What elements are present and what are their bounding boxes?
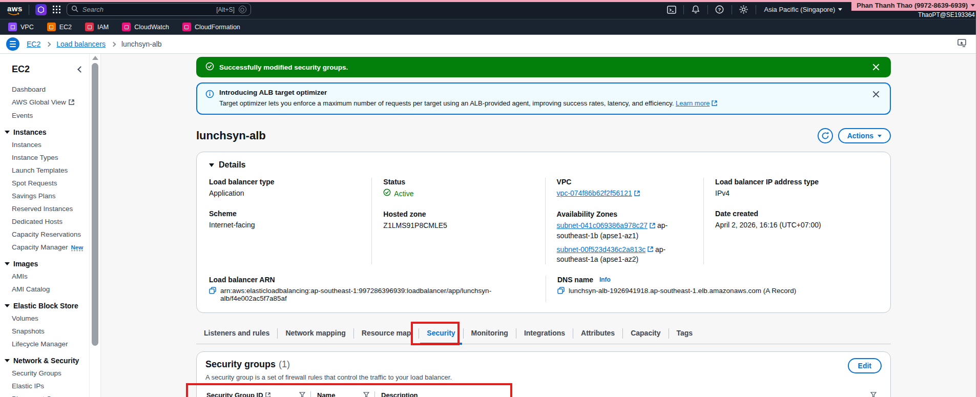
favorite-label: CloudWatch <box>134 24 169 31</box>
sidebar-section-images[interactable]: Images <box>0 254 89 270</box>
app-body: EC2 Dashboard AWS Global View Events Ins… <box>0 54 980 397</box>
sidebar-collapse-icon[interactable] <box>77 66 84 73</box>
tab-integrations[interactable]: Integrations <box>516 323 573 344</box>
sidebar-item-elastic-ips[interactable]: Elastic IPs <box>0 380 89 392</box>
dns-value: lunchsyn-alb-1926941918.ap-southeast-1.e… <box>569 287 796 295</box>
sidebar-item-capacity-reservations[interactable]: Capacity Reservations <box>0 228 89 241</box>
account-menu[interactable]: Phan Thanh Thao (9972-8639-6939) ThaoPT@… <box>851 1 980 18</box>
sidebar-section-network-security[interactable]: Network & Security <box>0 350 89 367</box>
favorite-vpc[interactable]: VPC <box>8 23 34 31</box>
scrollbar-up-arrow[interactable] <box>92 56 98 60</box>
info-link[interactable]: Info <box>599 276 611 283</box>
external-link-icon <box>648 245 653 255</box>
account-name-badge[interactable]: Phan Thanh Thao (9972-8639-6939) <box>851 1 980 11</box>
details-header[interactable]: Details <box>209 160 878 170</box>
subnet-entry: subnet-00f523d436c2a813c ap-southeast-1a… <box>557 245 695 265</box>
services-grid-icon[interactable] <box>53 6 60 13</box>
sidebar-item-spot-requests[interactable]: Spot Requests <box>0 177 89 190</box>
tab-listeners-and-rules[interactable]: Listeners and rules <box>196 323 277 344</box>
sidebar-item-instances[interactable]: Instances <box>0 138 89 151</box>
sidebar-item-amis[interactable]: AMIs <box>0 270 89 283</box>
sidebar-item-capacity-manager[interactable]: Capacity ManagerNew <box>0 241 89 254</box>
details-heading: Details <box>219 160 245 170</box>
learn-more-link[interactable]: Learn more <box>676 99 710 107</box>
help-icon[interactable]: ? <box>711 4 728 16</box>
sidebar-item-launch-templates[interactable]: Launch Templates <box>0 164 89 177</box>
tab-tags[interactable]: Tags <box>669 323 701 344</box>
detail-tabs: Listeners and rules Network mapping Reso… <box>196 323 891 344</box>
filter-icon[interactable] <box>363 391 369 397</box>
main-content: Successfully modified security groups. I… <box>100 54 980 397</box>
tab-resource-map[interactable]: Resource map <box>354 323 419 344</box>
actions-button[interactable]: Actions <box>838 128 891 143</box>
service-icon[interactable] <box>35 4 47 15</box>
column-header-description[interactable]: Description <box>375 391 882 397</box>
sidebar-item-events[interactable]: Events <box>0 109 89 122</box>
external-link-icon <box>712 100 717 108</box>
tab-monitoring[interactable]: Monitoring <box>464 323 516 344</box>
svg-text:?: ? <box>718 7 721 12</box>
cloudshell-icon[interactable] <box>663 4 680 16</box>
sidebar-item-reserved-instances[interactable]: Reserved Instances <box>0 202 89 215</box>
sidebar-item-dedicated-hosts[interactable]: Dedicated Hosts <box>0 215 89 228</box>
tab-attributes[interactable]: Attributes <box>573 323 622 344</box>
ec2-sidebar: EC2 Dashboard AWS Global View Events Ins… <box>0 54 89 397</box>
sidebar-item-dashboard[interactable]: Dashboard <box>0 83 89 96</box>
vpc-link[interactable]: vpc-074f86b62f2f56121 <box>557 189 632 197</box>
details-card: Details Load balancer type Application S… <box>196 152 891 313</box>
sidebar-item-volumes[interactable]: Volumes <box>0 312 89 325</box>
tab-network-mapping[interactable]: Network mapping <box>278 323 353 344</box>
cloudformation-service-icon <box>182 23 191 31</box>
field-value: IPv4 <box>715 189 869 198</box>
sidebar-item-savings-plans[interactable]: Savings Plans <box>0 190 89 202</box>
settings-gear-icon[interactable] <box>735 4 753 16</box>
column-header-security-group-id[interactable]: Security Group ID <box>205 391 310 397</box>
sidebar-section-ebs[interactable]: Elastic Block Store <box>0 296 89 312</box>
refresh-button[interactable] <box>818 128 833 143</box>
subnet-link[interactable]: subnet-041c069386a978c27 <box>557 221 648 229</box>
triangle-down-icon <box>5 262 10 265</box>
copy-icon[interactable] <box>209 287 216 296</box>
sidebar-section-instances[interactable]: Instances <box>0 122 89 138</box>
favorite-cloudwatch[interactable]: CloudWatch <box>122 23 169 31</box>
sidebar-item-placement-groups[interactable]: Placement Groups <box>0 392 89 397</box>
sidebar-menu-button[interactable] <box>6 37 19 51</box>
success-flashbar: Successfully modified security groups. <box>196 57 891 77</box>
sidebar-item-lifecycle-manager[interactable]: Lifecycle Manager <box>0 338 89 350</box>
favorite-iam[interactable]: IAM <box>85 23 109 31</box>
edit-button[interactable]: Edit <box>848 358 882 373</box>
vertical-scrollbar[interactable] <box>89 54 100 397</box>
filter-icon[interactable] <box>870 391 877 397</box>
page-title: lunchsyn-alb <box>196 129 266 142</box>
sidebar-item-instance-types[interactable]: Instance Types <box>0 151 89 164</box>
breadcrumb-ec2[interactable]: EC2 <box>27 40 40 48</box>
sidebar-item-aws-global-view[interactable]: AWS Global View <box>0 96 89 109</box>
breadcrumb-chevron-icon <box>111 41 116 47</box>
favorites-bar: VPC EC2 IAM CloudWatch CloudFormation <box>0 19 980 35</box>
favorite-ec2[interactable]: EC2 <box>47 23 72 31</box>
fullscreen-monitor-icon[interactable] <box>957 39 967 49</box>
copy-icon[interactable] <box>557 287 565 296</box>
close-icon[interactable] <box>870 61 882 73</box>
filter-icon[interactable] <box>299 391 305 397</box>
favorite-label: VPC <box>20 24 34 31</box>
security-groups-table: Security Group ID Name <box>205 388 882 397</box>
sidebar-item-snapshots[interactable]: Snapshots <box>0 325 89 338</box>
subnet-link[interactable]: subnet-00f523d436c2a813c <box>557 245 646 254</box>
column-header-name[interactable]: Name <box>311 391 374 397</box>
sidebar-item-ami-catalog[interactable]: AMI Catalog <box>0 283 89 296</box>
breadcrumb-load-balancers[interactable]: Load balancers <box>56 40 106 48</box>
close-icon[interactable] <box>870 89 882 100</box>
security-groups-heading: Security groups <box>205 359 276 370</box>
tab-capacity[interactable]: Capacity <box>623 323 668 344</box>
notifications-bell-icon[interactable] <box>687 4 704 16</box>
search-input[interactable]: Search [Alt+S] <box>67 3 251 16</box>
arn-value: arn:aws:elasticloadbalancing:ap-southeas… <box>220 287 546 302</box>
breadcrumb-current: lunchsyn-alb <box>121 40 162 48</box>
tab-security[interactable]: Security <box>419 323 463 344</box>
favorite-cloudformation[interactable]: CloudFormation <box>182 23 240 31</box>
region-selector[interactable]: Asia Pacific (Singapore) <box>764 6 843 13</box>
sidebar-item-security-groups[interactable]: Security Groups <box>0 367 89 380</box>
breadcrumb-bar: EC2 Load balancers lunchsyn-alb <box>0 35 980 54</box>
scrollbar-thumb[interactable] <box>92 63 98 346</box>
